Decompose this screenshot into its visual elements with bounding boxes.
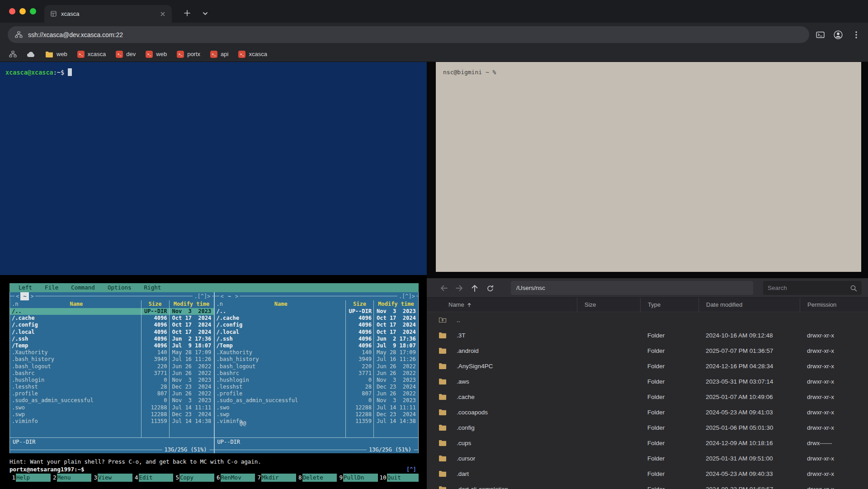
file-row[interactable]: .dart-cli-completionFolder2024-09-23 PM …	[427, 481, 868, 489]
column-header-name[interactable]: Name	[439, 298, 577, 312]
fkey-edit[interactable]: 4Edit	[132, 474, 174, 482]
fkey-quit[interactable]: 10Quit	[378, 474, 419, 482]
search-input[interactable]	[768, 285, 850, 291]
mc-file-row[interactable]: .lesshst28Dec 23 2024	[10, 384, 214, 390]
file-row[interactable]: .dartFolder2024-05-23 AM 09:40:33drwxr-x…	[427, 466, 868, 481]
zoom-window-button[interactable]	[30, 8, 36, 14]
session-manager-icon[interactable]	[815, 29, 826, 40]
mc-file-row[interactable]: /Temp4096Jul 9 18:07	[215, 342, 419, 349]
mc-file-row[interactable]: .swo12288Jul 14 11:11	[10, 404, 214, 411]
mc-column-name[interactable]: .nName	[215, 300, 346, 308]
mc-file-row[interactable]: /..UP--DIRNov 3 2023	[215, 308, 419, 315]
bookmark-cloud[interactable]	[27, 51, 35, 57]
mc-file-row[interactable]: .swp12288Dec 23 2024	[10, 411, 214, 418]
mc-file-row[interactable]: .bash_history3949Jul 16 11:26	[10, 356, 214, 363]
up-button[interactable]	[470, 283, 480, 293]
bookmark-dev[interactable]: >_dev	[116, 51, 136, 58]
bookmark-portx[interactable]: >_portx	[177, 51, 200, 58]
mc-menu-right[interactable]: Right	[138, 284, 168, 291]
fkey-pulldn[interactable]: 9PullDn	[337, 474, 378, 482]
column-header-date[interactable]: Date modified	[698, 298, 800, 312]
mc-file-row[interactable]: /.local4096Oct 17 2024	[215, 329, 419, 336]
mc-file-row[interactable]: /.ssh4096Jun 2 17:36	[10, 336, 214, 342]
fkey-copy[interactable]: 5Copy	[173, 474, 214, 482]
terminal-pane-mc[interactable]: LeftFileCommandOptionsRight <~> .[^]> .n…	[0, 275, 427, 489]
scroll-top-button[interactable]: [^]	[406, 466, 416, 473]
mc-column-modify-time[interactable]: Modify time	[373, 300, 418, 308]
mc-menu-command[interactable]: Command	[65, 284, 101, 291]
mc-menu-file[interactable]: File	[38, 284, 65, 291]
mc-menu-options[interactable]: Options	[101, 284, 138, 291]
bookmark-web[interactable]: web	[45, 51, 67, 57]
mc-file-row[interactable]: .bash_logout220Jun 26 2022	[10, 363, 214, 370]
bookmark-web[interactable]: >_web	[146, 51, 167, 58]
file-row[interactable]: .androidFolder2025-07-07 PM 01:36:57drwx…	[427, 343, 868, 358]
profile-icon[interactable]	[833, 29, 844, 40]
mc-column-size[interactable]: Size	[141, 300, 169, 308]
minimize-window-button[interactable]	[19, 8, 26, 14]
mc-file-row[interactable]: /.config4096Oct 17 2024	[215, 322, 419, 328]
mc-file-row[interactable]: .swp12288Dec 23 2024	[215, 411, 419, 418]
mc-file-row[interactable]: /..UP--DIRNov 3 2023	[10, 308, 214, 315]
mc-file-row[interactable]: /.ssh4096Jun 2 17:36	[215, 336, 419, 342]
column-header-permission[interactable]: Permission	[800, 298, 868, 312]
menu-dots-icon[interactable]	[851, 29, 862, 40]
mc-column-size[interactable]: Size	[345, 300, 373, 308]
close-window-button[interactable]	[9, 8, 15, 14]
mc-file-row[interactable]: .bashrc3771Jun 26 2022	[10, 370, 214, 377]
tab-xcasca[interactable]: xcasca	[44, 5, 172, 23]
mc-column-name[interactable]: .nName	[10, 300, 141, 308]
mc-file-row[interactable]: /.cache4096Oct 17 2024	[10, 315, 214, 322]
file-row[interactable]: ..	[427, 312, 868, 328]
mc-history-forward[interactable]: >	[234, 292, 240, 300]
mc-file-row[interactable]: .profile807Jun 26 2022	[10, 390, 214, 397]
path-input[interactable]: /Users/nsc	[511, 281, 753, 295]
mc-history-back[interactable]: <	[14, 292, 20, 300]
mc-history-back[interactable]: <	[219, 292, 225, 300]
fkey-view[interactable]: 3View	[91, 474, 132, 482]
forward-button[interactable]	[454, 283, 464, 293]
mc-column-modify-time[interactable]: Modify time	[169, 300, 214, 308]
mc-file-row[interactable]: .swo12288Jul 14 11:11	[215, 404, 419, 411]
new-tab-button[interactable]	[180, 6, 194, 20]
mc-file-row[interactable]: /.local4096Oct 17 2024	[10, 329, 214, 336]
fkey-menu[interactable]: 2Menu	[51, 474, 92, 482]
mc-file-row[interactable]: .Xauthority140May 28 17:09	[215, 349, 419, 356]
mc-history-forward[interactable]: >	[29, 292, 35, 300]
mc-file-row[interactable]: .sudo_as_admin_successful0Nov 3 2023	[10, 397, 214, 404]
mc-file-row[interactable]: /Temp4096Jul 9 18:07	[10, 342, 214, 349]
mc-file-row[interactable]: .bash_logout220Jun 26 2022	[215, 363, 419, 370]
fkey-help[interactable]: 1Help	[9, 474, 51, 482]
address-bar[interactable]: ssh://xcasca@dev.xcasca.com:22	[8, 26, 809, 43]
fkey-mkdir[interactable]: 7Mkdir	[255, 474, 296, 482]
terminal-pane-ssh[interactable]: xcasca@xcasca:~$	[0, 62, 427, 275]
file-row[interactable]: .awsFolder2023-05-31 PM 03:07:14drwxr-xr…	[427, 374, 868, 389]
column-header-type[interactable]: Type	[640, 298, 698, 312]
tab-list-chevron-icon[interactable]	[200, 9, 211, 19]
mc-file-row[interactable]: /.config4096Oct 17 2024	[10, 322, 214, 328]
mc-file-row[interactable]: .sudo_as_admin_successful0Nov 3 2023	[215, 397, 419, 404]
mc-file-row[interactable]: .hushlogin0Nov 3 2023	[215, 377, 419, 384]
mc-panel-path[interactable]: ~	[20, 292, 29, 300]
fkey-delete[interactable]: 8Delete	[296, 474, 337, 482]
refresh-button[interactable]	[485, 283, 495, 293]
mc-menu-left[interactable]: Left	[12, 284, 38, 291]
bookmark-api[interactable]: >_api	[210, 51, 228, 58]
terminal-pane-local[interactable]: nsc@bigmini ~ %	[436, 62, 861, 272]
mc-file-row[interactable]: /.cache4096Oct 17 2024	[215, 315, 419, 322]
back-button[interactable]	[439, 283, 449, 293]
mc-panel-path[interactable]: ~	[225, 292, 234, 300]
bookmark-xcasca[interactable]: >_xcasca	[77, 51, 106, 58]
file-row[interactable]: .cupsFolder2024-12-09 AM 10:18:16drwx---…	[427, 435, 868, 451]
file-row[interactable]: .cursorFolder2025-01-31 AM 09:51:00drwxr…	[427, 451, 868, 466]
mc-file-row[interactable]: .bashrc3771Jun 26 2022	[215, 370, 419, 377]
fkey-renmov[interactable]: 6RenMov	[214, 474, 255, 482]
tab-close-icon[interactable]	[158, 9, 167, 19]
mc-file-row[interactable]: .profile807Jun 26 2022	[215, 390, 419, 397]
bookmark-tabtree[interactable]	[9, 51, 17, 57]
mc-file-row[interactable]: .viminfo11359Jul 14 14:38	[10, 418, 214, 425]
mc-file-row[interactable]: .Xauthority140May 28 17:09	[10, 349, 214, 356]
file-row[interactable]: .cacheFolder2025-01-07 AM 10:49:06drwxr-…	[427, 389, 868, 404]
file-row[interactable]: .cocoapodsFolder2024-05-23 AM 09:41:03dr…	[427, 404, 868, 420]
file-row[interactable]: .3TFolder2024-10-16 AM 09:12:48drwxr-xr-…	[427, 328, 868, 343]
